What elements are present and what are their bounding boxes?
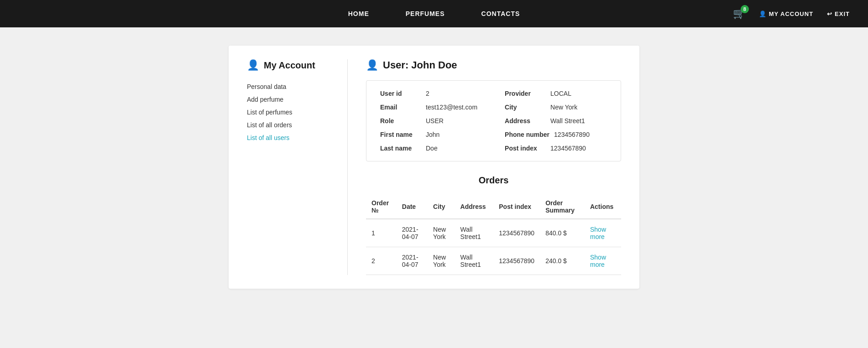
sidebar-person-icon: 👤	[247, 59, 259, 71]
info-phone-row: Phone number 1234567890	[505, 131, 590, 138]
col-date: Date	[397, 195, 428, 219]
info-city-label: City	[505, 104, 546, 111]
user-title-text: User: John Doe	[383, 59, 457, 71]
person-icon: 👤	[759, 10, 767, 17]
info-phone-value: 1234567890	[554, 131, 590, 138]
info-city-value: New York	[550, 104, 577, 111]
orders-table-header: Order № Date City Address Post index Ord…	[366, 195, 621, 219]
info-firstname-label: First name	[380, 131, 421, 138]
col-address: Address	[455, 195, 494, 219]
row1-date: 2021-04-07	[397, 219, 428, 247]
info-address-row: Address Wall Street1	[505, 117, 590, 125]
user-section: 👤 User: John Doe User id 2 Email test123…	[347, 59, 621, 275]
info-role-value: USER	[426, 117, 444, 125]
info-lastname-label: Last name	[380, 145, 421, 152]
row2-order-no: 2	[366, 247, 397, 275]
sidebar-link-add-perfume[interactable]: Add perfume	[247, 93, 283, 106]
row1-show-more-link[interactable]: Show more	[590, 226, 606, 240]
info-userid-value: 2	[426, 90, 429, 97]
sidebar-link-list-orders[interactable]: List of all orders	[247, 119, 292, 131]
row2-summary: 240.0 $	[540, 247, 585, 275]
info-postindex-row: Post index 1234567890	[505, 145, 590, 152]
user-title: 👤 User: John Doe	[366, 59, 621, 71]
info-userid-label: User id	[380, 90, 421, 97]
info-phone-label: Phone number	[505, 131, 549, 138]
nav-right: 🛒 8 👤 MY ACCOUNT ↩ EXIT	[733, 8, 850, 20]
row2-show-more-link[interactable]: Show more	[590, 254, 606, 268]
nav-myaccount-label: MY ACCOUNT	[769, 10, 813, 17]
info-box: User id 2 Email test123@test.com Role US…	[366, 80, 621, 161]
user-person-icon: 👤	[366, 59, 378, 71]
orders-section: Orders Order № Date City Address Post in…	[366, 175, 621, 275]
nav-myaccount-link[interactable]: 👤 MY ACCOUNT	[759, 10, 813, 17]
row1-city: New York	[428, 219, 455, 247]
navbar: HOME PERFUMES CONTACTS 🛒 8 👤 MY ACCOUNT …	[0, 0, 868, 27]
orders-title: Orders	[366, 175, 621, 186]
sidebar-title: 👤 My Account	[247, 59, 329, 71]
sidebar: 👤 My Account Personal data Add perfume L…	[247, 59, 329, 275]
account-layout: 👤 My Account Personal data Add perfume L…	[247, 59, 621, 275]
table-row: 2 2021-04-07 New York Wall Street1 12345…	[366, 247, 621, 275]
row1-post-index: 1234567890	[493, 219, 540, 247]
row2-city: New York	[428, 247, 455, 275]
nav-contacts[interactable]: CONTACTS	[481, 10, 520, 17]
sidebar-nav: Personal data Add perfume List of perfum…	[247, 80, 329, 144]
row1-action: Show more	[585, 219, 621, 247]
sidebar-link-personal-data[interactable]: Personal data	[247, 80, 286, 93]
info-role-row: Role USER	[380, 117, 477, 125]
info-left-column: User id 2 Email test123@test.com Role US…	[380, 90, 477, 152]
col-post-index: Post index	[493, 195, 540, 219]
info-email-label: Email	[380, 104, 421, 111]
sidebar-link-list-users[interactable]: List of all users	[247, 131, 289, 144]
info-postindex-label: Post index	[505, 145, 546, 152]
info-userid-row: User id 2	[380, 90, 477, 97]
info-city-row: City New York	[505, 104, 590, 111]
info-address-value: Wall Street1	[550, 117, 585, 125]
sidebar-link-list-perfumes[interactable]: List of perfumes	[247, 106, 293, 119]
info-provider-label: Provider	[505, 90, 546, 97]
row1-address: Wall Street1	[455, 219, 494, 247]
page-wrapper: 👤 My Account Personal data Add perfume L…	[0, 27, 868, 307]
col-actions: Actions	[585, 195, 621, 219]
info-right-column: Provider LOCAL City New York Address Wal…	[505, 90, 590, 152]
info-email-row: Email test123@test.com	[380, 104, 477, 111]
info-provider-value: LOCAL	[550, 90, 571, 97]
table-row: 1 2021-04-07 New York Wall Street1 12345…	[366, 219, 621, 247]
info-lastname-value: Doe	[426, 145, 438, 152]
info-email-value: test123@test.com	[426, 104, 477, 111]
nav-exit-label: EXIT	[835, 10, 850, 17]
orders-table: Order № Date City Address Post index Ord…	[366, 195, 621, 275]
info-firstname-value: John	[426, 131, 439, 138]
exit-icon: ↩	[827, 10, 832, 17]
info-provider-row: Provider LOCAL	[505, 90, 590, 97]
col-order-no: Order №	[366, 195, 397, 219]
info-role-label: Role	[380, 117, 421, 125]
info-firstname-row: First name John	[380, 131, 477, 138]
nav-perfumes[interactable]: PERFUMES	[406, 10, 445, 17]
account-card: 👤 My Account Personal data Add perfume L…	[229, 46, 639, 289]
cart-button[interactable]: 🛒 8	[733, 8, 745, 20]
sidebar-title-text: My Account	[264, 60, 315, 71]
nav-exit-link[interactable]: ↩ EXIT	[827, 10, 850, 17]
nav-home[interactable]: HOME	[348, 10, 369, 17]
row2-post-index: 1234567890	[493, 247, 540, 275]
row2-date: 2021-04-07	[397, 247, 428, 275]
cart-badge: 8	[741, 5, 749, 13]
row2-address: Wall Street1	[455, 247, 494, 275]
row1-summary: 840.0 $	[540, 219, 585, 247]
col-city: City	[428, 195, 455, 219]
row1-order-no: 1	[366, 219, 397, 247]
info-address-label: Address	[505, 117, 546, 125]
row2-action: Show more	[585, 247, 621, 275]
info-postindex-value: 1234567890	[550, 145, 586, 152]
col-order-summary: Order Summary	[540, 195, 585, 219]
info-lastname-row: Last name Doe	[380, 145, 477, 152]
